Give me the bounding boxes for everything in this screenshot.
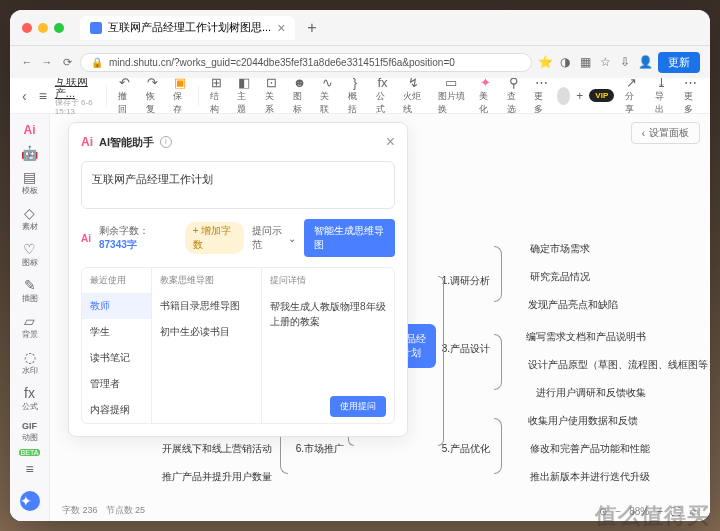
mm-leaf[interactable]: 开展线下和线上营销活动	[162, 442, 272, 456]
tab-close-icon[interactable]: ×	[277, 20, 285, 36]
extensions: ⭐ ◑ ▦ ☆ ⇩ 👤	[538, 55, 652, 69]
translate-icon[interactable]: ⭐	[538, 55, 552, 69]
sug-role[interactable]: 管理者	[82, 371, 151, 397]
sb-template[interactable]: ▤模板	[14, 166, 46, 200]
vip-badge[interactable]: VIP	[589, 89, 614, 102]
forward-button[interactable]: →	[40, 56, 54, 68]
tb-image[interactable]: ▭图片填换	[433, 78, 470, 116]
mm-n5[interactable]: 5.产品优化	[442, 442, 490, 456]
doc-title[interactable]: 互联网产...	[55, 78, 101, 99]
sb-formula[interactable]: fx公式	[14, 382, 46, 416]
tb-icon[interactable]: ☻图标	[288, 78, 312, 116]
tb-beautify[interactable]: ✦美化	[474, 78, 498, 116]
sug-tpl[interactable]: 初中生必读书目	[152, 319, 261, 345]
browser-tab[interactable]: 互联网产品经理工作计划树图思... ×	[80, 16, 295, 40]
mm-leaf[interactable]: 推出新版本并进行迭代升级	[530, 470, 650, 484]
mm-leaf[interactable]: 收集用户使用数据和反馈	[528, 414, 638, 428]
tb-structure[interactable]: ⊞结构	[205, 78, 229, 116]
sb-illustration[interactable]: ✎插图	[14, 274, 46, 308]
sug-role[interactable]: 内容提纲	[82, 397, 151, 423]
profile-icon[interactable]: 👤	[638, 55, 652, 69]
tb-relation[interactable]: ⊡关系	[260, 78, 284, 116]
tb-summary[interactable]: }概括	[343, 78, 367, 116]
sb-robot[interactable]: 🤖	[14, 142, 46, 164]
bookmark-icon[interactable]: ☆	[598, 55, 612, 69]
address-field[interactable]: 🔒 mind.shutu.cn/?works_guid=c2044dbe35fe…	[80, 53, 532, 72]
reload-button[interactable]: ⟳	[60, 56, 74, 69]
titlebar: 互联网产品经理工作计划树图思... × +	[10, 10, 710, 46]
sb-watermark[interactable]: ◌水印	[14, 346, 46, 380]
sb-background[interactable]: ▱背景	[14, 310, 46, 344]
mm-leaf[interactable]: 修改和完善产品功能和性能	[530, 442, 650, 456]
sug-role[interactable]: 教师	[82, 293, 151, 319]
avatar[interactable]	[557, 87, 570, 105]
tab-title: 互联网产品经理工作计划树图思...	[108, 20, 271, 35]
url-text: mind.shutu.cn/?works_guid=c2044dbe35fef3…	[109, 57, 455, 68]
minimize-window[interactable]	[38, 23, 48, 33]
sb-ai[interactable]: Ai	[14, 120, 46, 140]
mm-leaf[interactable]: 推广产品并提升用户数量	[162, 470, 272, 484]
mode-dropdown[interactable]: 提问示范⌄	[252, 224, 296, 252]
maximize-window[interactable]	[54, 23, 64, 33]
center-icon[interactable]: ⊙	[599, 506, 607, 517]
use-prompt-button[interactable]: 使用提问	[330, 396, 386, 417]
mm-n1[interactable]: 1.调研分析	[442, 274, 490, 288]
fullscreen-icon[interactable]: ⛶	[671, 506, 681, 517]
generate-button[interactable]: 智能生成思维导图	[304, 219, 395, 257]
close-window[interactable]	[22, 23, 32, 33]
add-user-icon[interactable]: +	[576, 89, 583, 103]
tb-share[interactable]: ↗分享	[620, 78, 643, 116]
ai-logo-icon: Ai	[81, 135, 93, 149]
tb-torch[interactable]: ↯火炬线	[398, 78, 428, 116]
status-bar: 字数 236 节点数 25	[62, 504, 145, 517]
mm-n6[interactable]: 6.市场推广	[296, 442, 344, 456]
download-icon[interactable]: ⇩	[618, 55, 632, 69]
ext1-icon[interactable]: ◑	[558, 55, 572, 69]
sug-tpl[interactable]: 书籍目录思维导图	[152, 293, 261, 319]
ext2-icon[interactable]: ▦	[578, 55, 592, 69]
back-button[interactable]: ←	[20, 56, 34, 68]
tb-overflow[interactable]: ⋯更多	[679, 78, 702, 116]
tb-find[interactable]: ⚲查选	[502, 78, 526, 116]
tb-undo[interactable]: ↶撤回	[113, 78, 137, 116]
tb-formula[interactable]: fx公式	[371, 78, 395, 116]
tb-more[interactable]: ⋯更多	[529, 78, 553, 116]
sug-role[interactable]: 读书笔记	[82, 345, 151, 371]
app-body: Ai 🤖 ▤模板 ◇素材 ♡图标 ✎插图 ▱背景 ◌水印 fx公式 GIF动图 …	[10, 114, 710, 521]
mm-leaf[interactable]: 编写需求文档和产品说明书	[526, 330, 646, 344]
zoom-out-icon[interactable]: −	[615, 506, 621, 517]
app: ‹ ≡ 互联网产... 保存于 6-6 15:13 ↶撤回 ↷恢复 ▣保存 ⊞结…	[10, 78, 710, 521]
mm-n3[interactable]: 3.产品设计	[442, 342, 490, 356]
tb-theme[interactable]: ◧主题	[232, 78, 256, 116]
info-icon[interactable]: i	[160, 136, 172, 148]
sb-icon[interactable]: ♡图标	[14, 238, 46, 272]
tb-redo[interactable]: ↷恢复	[141, 78, 165, 116]
mm-leaf[interactable]: 设计产品原型（草图、流程图、线框图等）	[528, 358, 710, 372]
menu-icon[interactable]: ≡	[35, 88, 51, 104]
ai-title: AI智能助手	[99, 135, 154, 150]
sb-ai2[interactable]: ✦	[14, 487, 46, 515]
sb-gif[interactable]: GIF动图	[14, 418, 46, 447]
add-words-button[interactable]: + 增加字数	[185, 222, 244, 254]
mm-leaf[interactable]: 发现产品亮点和缺陷	[528, 298, 618, 312]
tab-favicon	[90, 22, 102, 34]
mm-leaf[interactable]: 进行用户调研和反馈收集	[536, 386, 646, 400]
tb-save[interactable]: ▣保存	[168, 78, 192, 116]
zoom-in-icon[interactable]: +	[657, 506, 663, 517]
sb-list[interactable]: ≡	[14, 458, 46, 480]
update-button[interactable]: 更新	[658, 52, 700, 73]
mm-leaf[interactable]: 确定市场需求	[530, 242, 590, 256]
tb-link[interactable]: ∿关联	[315, 78, 339, 116]
ai-input[interactable]: 互联网产品经理工作计划	[81, 161, 395, 209]
tb-export[interactable]: ⤓导出	[650, 78, 673, 116]
mm-leaf[interactable]: 研究竞品情况	[530, 270, 590, 284]
sug-role[interactable]: 学生	[82, 319, 151, 345]
canvas[interactable]: ‹ 设置面板 互联网产品经理工作计划 1.调研分析 确定市场需求 研究竞品情况 …	[50, 114, 710, 521]
sb-material[interactable]: ◇素材	[14, 202, 46, 236]
close-icon[interactable]: ×	[386, 133, 395, 151]
app-toolbar: ‹ ≡ 互联网产... 保存于 6-6 15:13 ↶撤回 ↷恢复 ▣保存 ⊞结…	[10, 78, 710, 114]
read-icon[interactable]: ▭	[689, 506, 698, 517]
browser-window: 互联网产品经理工作计划树图思... × + ← → ⟳ 🔒 mind.shutu…	[10, 10, 710, 521]
nav-back-icon[interactable]: ‹	[18, 88, 31, 104]
new-tab-button[interactable]: +	[307, 19, 316, 37]
